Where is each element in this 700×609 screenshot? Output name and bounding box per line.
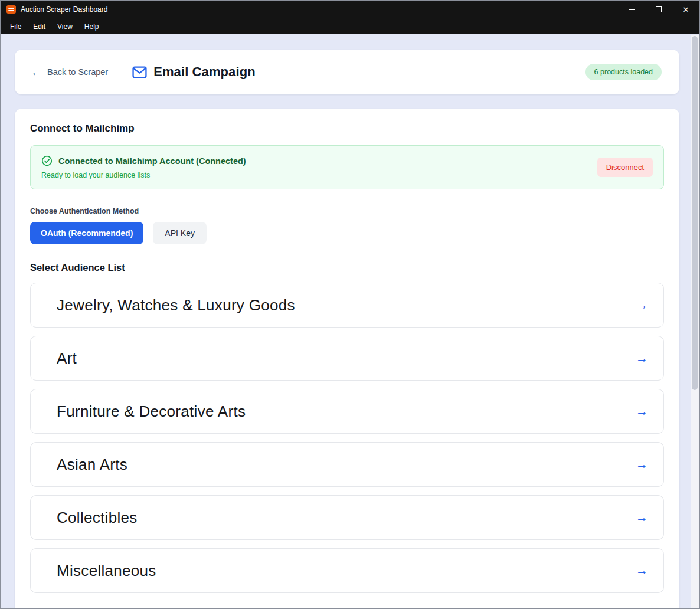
menu-edit[interactable]: Edit [28, 20, 50, 33]
audience-list-name: Art [57, 349, 77, 368]
header-card: ← Back to Scraper Email Campaign 6 produ… [15, 50, 679, 94]
audience-list-name: Furniture & Decorative Arts [57, 402, 246, 421]
connection-status-banner: Connected to Mailchimp Account (Connecte… [30, 145, 664, 189]
scrollbar-thumb[interactable] [692, 36, 698, 390]
back-to-scraper-link[interactable]: ← Back to Scraper [31, 67, 108, 77]
connection-status-text: Connected to Mailchimp Account (Connecte… [41, 155, 246, 179]
app-window: Auction Scraper Dashboard ✕ FileEditView… [0, 0, 700, 609]
menu-view[interactable]: View [53, 20, 77, 33]
arrow-right-icon: → [636, 510, 648, 525]
arrow-right-icon: → [636, 404, 648, 418]
connection-status-title: Connected to Mailchimp Account (Connecte… [58, 156, 246, 166]
back-arrow-icon: ← [31, 67, 41, 77]
window-title: Auction Scraper Dashboard [21, 5, 107, 14]
titlebar: Auction Scraper Dashboard ✕ [1, 1, 699, 18]
close-button[interactable]: ✕ [672, 1, 699, 18]
audience-list-name: Miscellaneous [57, 562, 156, 580]
audience-list-name: Collectibles [57, 509, 138, 527]
menubar: FileEditViewHelp [1, 18, 699, 34]
audience-list-item[interactable]: Miscellaneous→ [30, 548, 664, 593]
scrollbar-track[interactable] [691, 35, 699, 608]
audience-list-item[interactable]: Furniture & Decorative Arts→ [30, 389, 664, 434]
auth-method-buttons: OAuth (Recommended) API Key [30, 222, 664, 244]
arrow-right-icon: → [636, 564, 648, 578]
back-link-label: Back to Scraper [47, 67, 108, 77]
app-icon [6, 5, 16, 14]
products-loaded-badge: 6 products loaded [585, 64, 662, 80]
audience-list-item[interactable]: Art→ [30, 336, 664, 381]
maximize-button[interactable] [645, 1, 672, 18]
disconnect-button[interactable]: Disconnect [597, 158, 653, 177]
connection-status-subtitle: Ready to load your audience lists [41, 171, 246, 179]
minimize-button[interactable] [618, 1, 645, 18]
auth-method-label: Choose Authentication Method [30, 207, 664, 215]
arrow-right-icon: → [636, 457, 648, 472]
arrow-right-icon: → [636, 298, 648, 312]
header-divider [120, 63, 120, 81]
audience-list-name: Asian Arts [57, 456, 127, 474]
oauth-button[interactable]: OAuth (Recommended) [30, 222, 143, 244]
content-area: ← Back to Scraper Email Campaign 6 produ… [1, 34, 699, 608]
check-circle-icon [41, 155, 53, 166]
mailchimp-connect-card: Connect to Mailchimp Connected to Mailch… [15, 109, 679, 608]
menu-help[interactable]: Help [80, 20, 104, 33]
email-icon [132, 66, 147, 78]
audience-list-item[interactable]: Jewelry, Watches & Luxury Goods→ [30, 283, 664, 328]
audience-list: Jewelry, Watches & Luxury Goods→Art→Furn… [30, 283, 664, 593]
audience-list-item[interactable]: Collectibles→ [30, 495, 664, 540]
window-controls: ✕ [618, 1, 699, 18]
titlebar-left: Auction Scraper Dashboard [1, 5, 107, 14]
audience-list-name: Jewelry, Watches & Luxury Goods [57, 296, 295, 315]
menu-file[interactable]: File [5, 20, 26, 33]
arrow-right-icon: → [636, 351, 648, 365]
audience-list-title: Select Audience List [30, 262, 664, 273]
section-title: Connect to Mailchimp [30, 123, 664, 135]
audience-list-item[interactable]: Asian Arts→ [30, 442, 664, 487]
page-title: Email Campaign [153, 64, 256, 80]
api-key-button[interactable]: API Key [153, 222, 207, 244]
